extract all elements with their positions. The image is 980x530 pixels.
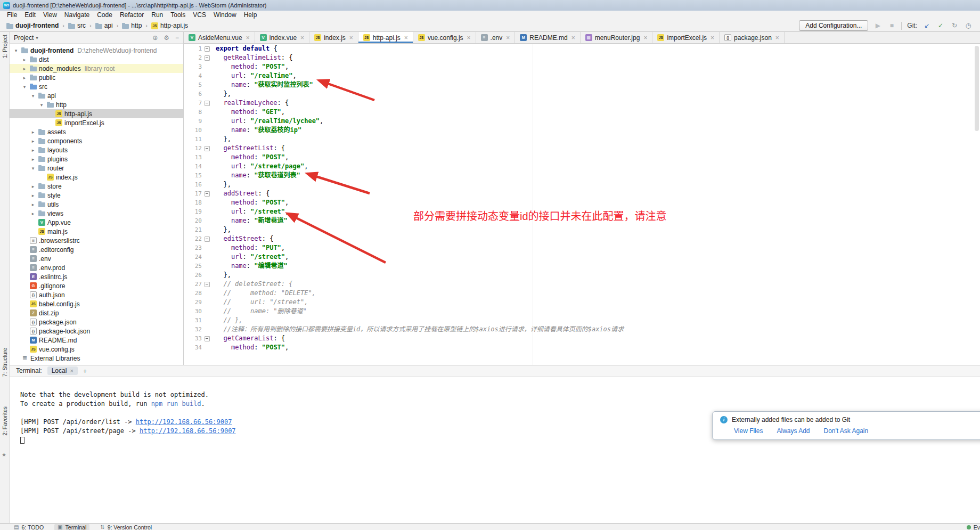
tree-item-editorconfig[interactable]: .editorconfig — [10, 245, 183, 254]
code-line[interactable]: 22 editStreet: { — [184, 234, 980, 243]
statusbar-terminal[interactable]: ▣Terminal — [54, 524, 89, 530]
editor-scrollbar[interactable] — [975, 46, 979, 131]
hide-panel-icon[interactable]: − — [175, 34, 179, 42]
code-line[interactable]: 24 url: "/street", — [184, 252, 980, 262]
tree-item-babel-config-js[interactable]: babel.config.js — [10, 299, 183, 308]
close-icon[interactable]: × — [710, 34, 714, 42]
code-line[interactable]: 34 method: "POST", — [184, 343, 980, 352]
menu-item-window[interactable]: Window — [210, 11, 240, 20]
run-icon[interactable]: ▶ — [873, 22, 882, 29]
tree-item-views[interactable]: ▸views — [10, 209, 183, 218]
close-icon[interactable]: × — [300, 34, 304, 42]
tree-item-main-js[interactable]: main.js — [10, 227, 183, 236]
tree-item-vue-config-js[interactable]: vue.config.js — [10, 345, 183, 354]
tree-item-dist[interactable]: ▸dist — [10, 55, 183, 64]
code-line[interactable]: 1export default { — [184, 44, 980, 53]
event-log-widget[interactable]: Ev — [967, 524, 980, 530]
tree-item-browserslistrc[interactable]: .browserslistrc — [10, 236, 183, 245]
code-line[interactable]: 26 }, — [184, 271, 980, 280]
tree-closed-arrow-icon[interactable]: ▸ — [30, 211, 36, 216]
breadcrumb-item-api[interactable]: api — [94, 22, 114, 29]
tree-item-duoji-frontend[interactable]: ▾duoji-frontendD:\zheheWeb\duoji-fronten… — [10, 46, 183, 55]
close-icon[interactable]: × — [643, 34, 647, 42]
tree-item-src[interactable]: ▾src — [10, 82, 183, 91]
tree-item-utils[interactable]: ▸utils — [10, 200, 183, 209]
clock-icon[interactable]: ◷ — [964, 22, 973, 29]
code-line[interactable]: 2 getRealTimeList: { — [184, 53, 980, 62]
tree-open-arrow-icon[interactable]: ▾ — [13, 48, 19, 53]
close-icon[interactable]: × — [349, 34, 353, 42]
tree-item-env-prod[interactable]: .env.prod — [10, 263, 183, 272]
breadcrumb-item-src[interactable]: src — [67, 22, 87, 29]
tree-item-auth-json[interactable]: auth.json — [10, 290, 183, 299]
code-line[interactable]: 16 }, — [184, 180, 980, 189]
editor-tab-http-api-js[interactable]: http-api.js× — [358, 32, 413, 43]
tree-closed-arrow-icon[interactable]: ▸ — [21, 57, 28, 62]
close-icon[interactable]: × — [775, 34, 779, 42]
menu-item-tools[interactable]: Tools — [167, 11, 189, 20]
tree-closed-arrow-icon[interactable]: ▸ — [30, 202, 36, 207]
notification-action-view-files[interactable]: View Files — [734, 427, 763, 435]
close-icon[interactable]: × — [404, 34, 408, 42]
fold-marker-icon[interactable] — [202, 234, 213, 243]
tree-item-gitignore[interactable]: .gitignore — [10, 281, 183, 290]
tree-open-arrow-icon[interactable]: ▾ — [21, 84, 28, 89]
code-line[interactable]: 29 // url: "/street", — [184, 298, 980, 307]
tree-item-dist-zip[interactable]: dist.zip — [10, 308, 183, 317]
code-line[interactable]: 18 method: "POST", — [184, 198, 980, 207]
tree-item-components[interactable]: ▸components — [10, 136, 183, 145]
editor-tab-importexcel-js[interactable]: importExcel.js× — [652, 32, 720, 43]
code-line[interactable]: 17 addStreet: { — [184, 189, 980, 198]
fold-marker-icon[interactable] — [202, 334, 213, 343]
fold-marker-icon[interactable] — [202, 53, 213, 62]
tree-item-public[interactable]: ▸public — [10, 73, 183, 82]
fold-marker-icon[interactable] — [202, 99, 213, 108]
tree-closed-arrow-icon[interactable]: ▸ — [30, 157, 36, 162]
tree-item-index-js[interactable]: index.js — [10, 173, 183, 182]
code-line[interactable]: 27 // deleteStreet: { — [184, 280, 980, 289]
tree-closed-arrow-icon[interactable]: ▸ — [21, 66, 28, 71]
code-line[interactable]: 13 method: "POST", — [184, 153, 980, 162]
tree-open-arrow-icon[interactable]: ▾ — [30, 93, 36, 99]
tree-open-arrow-icon[interactable]: ▾ — [30, 166, 36, 171]
close-icon[interactable]: × — [70, 368, 73, 374]
add-configuration-button[interactable]: Add Configuration... — [799, 20, 868, 31]
gear-icon[interactable]: ⚙ — [164, 34, 169, 42]
code-line[interactable]: 12 getStreetList: { — [184, 144, 980, 153]
tree-item-package-lock-json[interactable]: package-lock.json — [10, 327, 183, 336]
code-line[interactable]: 4 url: "/realTime", — [184, 71, 980, 80]
fold-marker-icon[interactable] — [202, 44, 213, 53]
locate-file-icon[interactable]: ⊕ — [152, 34, 158, 42]
tree-item-assets[interactable]: ▸assets — [10, 127, 183, 136]
code-line[interactable]: 15 name: "获取巷道列表" — [184, 171, 980, 180]
close-icon[interactable]: × — [246, 34, 250, 42]
close-icon[interactable]: × — [506, 34, 510, 42]
tree-closed-arrow-icon[interactable]: ▸ — [30, 184, 36, 189]
breadcrumb-item-http[interactable]: http — [121, 22, 143, 29]
tree-item-env[interactable]: .env — [10, 254, 183, 263]
editor-tab-readme-md[interactable]: README.md× — [515, 32, 580, 43]
tree-item-readme-md[interactable]: README.md — [10, 336, 183, 345]
fold-marker-icon[interactable] — [202, 280, 213, 289]
breadcrumb-item-duoji-frontend[interactable]: duoji-frontend — [5, 22, 60, 29]
editor-tab-index-js[interactable]: index.js× — [309, 32, 358, 43]
code-line[interactable]: 5 name: "获取实时监控列表" — [184, 80, 980, 89]
tree-item-plugins[interactable]: ▸plugins — [10, 154, 183, 164]
close-icon[interactable]: × — [467, 34, 471, 42]
tree-item-store[interactable]: ▸store — [10, 182, 183, 191]
statusbar-6-todo[interactable]: ▤6: TODO — [14, 524, 44, 530]
code-line[interactable]: 3 method: "POST", — [184, 62, 980, 71]
menu-item-file[interactable]: File — [3, 11, 21, 20]
terminal-output[interactable]: Note that the development build is not o… — [10, 377, 980, 523]
menu-item-help[interactable]: Help — [240, 11, 261, 20]
menu-item-refactor[interactable]: Refactor — [116, 11, 148, 20]
code-line[interactable]: 31 // }, — [184, 316, 980, 325]
close-icon[interactable]: × — [571, 34, 575, 42]
tree-item-eslintrc-js[interactable]: .eslintrc.js — [10, 272, 183, 281]
code-line[interactable]: 23 method: "PUT", — [184, 243, 980, 252]
code-line[interactable]: 9 url: "/realTime/lychee", — [184, 117, 980, 126]
tree-item-http[interactable]: ▾http — [10, 100, 183, 109]
code-line[interactable]: 10 name: "获取荔枝的ip" — [184, 126, 980, 135]
tool-stripe-structure[interactable]: 7: Structure — [2, 348, 8, 377]
notification-balloon[interactable]: i Externally added files can be added to… — [712, 411, 980, 440]
